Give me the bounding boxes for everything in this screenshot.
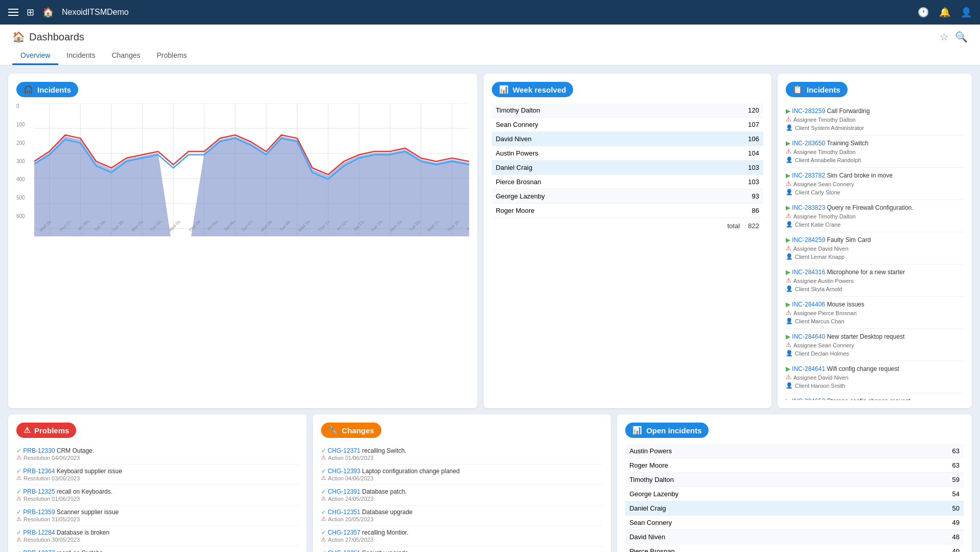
check-icon: ✓ xyxy=(16,468,21,475)
incidents-badge-label: Incidents xyxy=(37,85,71,94)
problem-item-4[interactable]: ✓ PRB-12284 Database is broken ⚠ Resolut… xyxy=(16,526,299,546)
incidents-chart-card: 🎧 Incidents 600 500 400 300 200 100 0 xyxy=(8,74,477,408)
user-meta-icon: 👤 xyxy=(786,253,793,260)
resolved-row-0: Timothy Dalton120 xyxy=(492,103,763,118)
incident-item-0[interactable]: ▶ INC-283259 Call Forwarding ⚠Assignee T… xyxy=(786,103,964,136)
play-icon: ▶ xyxy=(786,269,790,276)
user-meta-icon: 👤 xyxy=(786,157,793,163)
incidents-list-label: Incidents xyxy=(807,85,840,94)
page-title: Dashboards xyxy=(29,31,84,43)
play-icon: ▶ xyxy=(786,204,790,211)
change-item-4[interactable]: ✓ CHG-12357 recalling Montior. ⚠ Action … xyxy=(321,526,603,546)
warning-icon: ⚠ xyxy=(786,212,791,219)
incident-item-1[interactable]: ▶ INC-283650 Training Switch ⚠Assignee T… xyxy=(786,136,964,168)
user-icon[interactable]: 👤 xyxy=(961,7,972,18)
problem-item-2[interactable]: ✓ PRB-12325 recall on Keyboards. ⚠ Resol… xyxy=(16,485,299,505)
incident-item-8[interactable]: ▶ INC-284641 Wifi config change request … xyxy=(786,361,964,393)
check-icon: ✓ xyxy=(321,447,326,454)
user-meta-icon: 👤 xyxy=(786,350,793,357)
problem-item-3[interactable]: ✓ PRB-12359 Scanner supplier issue ⚠ Res… xyxy=(16,505,299,526)
incident-item-2[interactable]: ▶ INC-283782 Sim Card broke in move ⚠Ass… xyxy=(786,168,964,200)
week-resolved-card: 📊 Week resolved Timothy Dalton120 Sean C… xyxy=(484,74,771,408)
change-item-2[interactable]: ✓ CHG-12391 Database patch. ⚠ Action 24/… xyxy=(321,485,603,505)
week-resolved-table: Timothy Dalton120 Sean Connery107 David … xyxy=(492,103,763,230)
problem-item-1[interactable]: ✓ PRB-12364 Keyboard supplier issue ⚠ Re… xyxy=(16,465,299,485)
problems-label: Problems xyxy=(34,426,69,435)
resolved-row-7: Roger Moore86 xyxy=(492,204,763,218)
clock-icon[interactable]: 🕐 xyxy=(918,7,929,18)
wrench-icon: 🔧 xyxy=(328,426,338,435)
incident-item-5[interactable]: ▶ INC-284316 Microphone for a new starte… xyxy=(786,264,964,297)
home-nav-icon[interactable]: 🏠 xyxy=(42,7,54,18)
tab-overview[interactable]: Overview xyxy=(12,47,58,65)
week-resolved-label: Week resolved xyxy=(513,85,566,94)
changes-card: 🔧 Changes ✓ CHG-12371 recalling Switch. … xyxy=(313,414,611,552)
open-row-2: Timothy Dalton59 xyxy=(625,473,964,487)
warning-icon: ⚠ xyxy=(786,341,791,348)
open-incidents-label: Open incidents xyxy=(646,426,701,435)
play-icon: ▶ xyxy=(786,172,790,179)
play-icon: ▶ xyxy=(786,140,790,147)
warning-icon: ⚠ xyxy=(786,180,791,187)
resolved-row-6: George Lazenby93 xyxy=(492,189,763,204)
user-meta-icon: 👤 xyxy=(786,285,793,292)
star-icon[interactable]: ☆ xyxy=(940,31,949,43)
hamburger-menu[interactable] xyxy=(8,9,18,16)
tab-changes[interactable]: Changes xyxy=(103,47,148,65)
search-icon[interactable]: 🔍 xyxy=(955,31,968,43)
problem-item-5[interactable]: ✓ PRB-12277 recall on Switchs. ⚠ Resolut… xyxy=(16,546,299,552)
change-item-3[interactable]: ✓ CHG-12351 Database upgrade ⚠ Action 20… xyxy=(321,505,603,526)
open-row-7: Pierce Brosnan40 xyxy=(625,544,964,552)
warning-small-icon: ⚠ xyxy=(16,475,21,481)
warning-icon: ⚠ xyxy=(786,309,791,316)
change-item-1[interactable]: ✓ CHG-12393 Laptop configuration change … xyxy=(321,465,603,485)
warning-small-icon: ⚠ xyxy=(321,516,326,522)
incident-item-4[interactable]: ▶ INC-284259 Faulty Sim Card ⚠Assignee D… xyxy=(786,232,964,264)
problem-item-0[interactable]: ✓ PRB-12330 CRM Outage. ⚠ Resolution 04/… xyxy=(16,444,299,465)
change-item-0[interactable]: ✓ CHG-12371 recalling Switch. ⚠ Action 0… xyxy=(321,444,603,465)
problems-card: ⚠ Problems ✓ PRB-12330 CRM Outage. ⚠ Res… xyxy=(8,414,307,552)
open-incidents-table: Austin Powers63 Roger Moore63 Timothy Da… xyxy=(625,444,964,552)
chart-y-axis: 600 500 400 300 200 100 0 xyxy=(16,103,34,221)
user-meta-icon: 👤 xyxy=(786,318,793,324)
warning-small-icon: ⚠ xyxy=(321,495,326,502)
play-icon: ▶ xyxy=(786,301,790,308)
warning-badge-icon: ⚠ xyxy=(24,426,30,435)
incident-item-3[interactable]: ▶ INC-283823 Query re Firewall Configura… xyxy=(786,200,964,232)
tabs: Overview Incidents Changes Problems xyxy=(12,47,968,65)
check-icon: ✓ xyxy=(16,488,21,495)
problems-list[interactable]: ✓ PRB-12330 CRM Outage. ⚠ Resolution 04/… xyxy=(16,444,299,552)
incident-item-6[interactable]: ▶ INC-284406 Mouse issues ⚠Assignee Pier… xyxy=(786,297,964,329)
incidents-list[interactable]: ▶ INC-283259 Call Forwarding ⚠Assignee T… xyxy=(786,103,964,400)
incidents-chart: 600 500 400 300 200 100 0 xyxy=(16,103,469,236)
warning-icon: ⚠ xyxy=(786,116,791,123)
incidents-list-card: 📋 Incidents ▶ INC-283259 Call Forwarding… xyxy=(778,74,972,408)
tab-problems[interactable]: Problems xyxy=(148,47,195,65)
resolved-row-5: Pierce Brosnan103 xyxy=(492,175,763,189)
change-item-5[interactable]: ✓ CHG-12361 Security upgrade ⚠ Action 26… xyxy=(321,546,603,552)
warning-small-icon: ⚠ xyxy=(16,516,21,522)
resolved-row-4: Daniel Craig103 xyxy=(492,161,763,175)
warning-small-icon: ⚠ xyxy=(321,475,326,481)
bell-icon[interactable]: 🔔 xyxy=(939,7,950,18)
play-icon: ▶ xyxy=(786,107,790,115)
user-meta-icon: 👤 xyxy=(786,189,793,195)
open-row-3: George Lazenby54 xyxy=(625,487,964,501)
resolved-total: total 822 xyxy=(492,218,763,230)
bar-chart-icon: 📊 xyxy=(499,85,509,94)
page-header: 🏠 Dashboards ☆ 🔍 Overview Incidents Chan… xyxy=(0,25,980,65)
incident-item-9[interactable]: ▶ INC-284652 Storage config change reque… xyxy=(786,393,964,400)
open-row-4: Daniel Craig50 xyxy=(625,501,964,516)
tab-incidents[interactable]: Incidents xyxy=(58,47,103,65)
user-meta-icon: 👤 xyxy=(786,124,793,131)
warning-icon: ⚠ xyxy=(786,245,791,252)
changes-list[interactable]: ✓ CHG-12371 recalling Switch. ⚠ Action 0… xyxy=(321,444,603,552)
check-icon: ✓ xyxy=(16,509,21,516)
apps-icon[interactable]: ⊞ xyxy=(27,7,34,18)
check-icon: ✓ xyxy=(321,468,326,475)
open-row-0: Austin Powers63 xyxy=(625,444,964,458)
incident-item-7[interactable]: ▶ INC-284640 New starter Desktop request… xyxy=(786,329,964,361)
changes-label: Changes xyxy=(342,426,374,435)
open-row-1: Roger Moore63 xyxy=(625,458,964,473)
warning-icon: ⚠ xyxy=(786,148,791,155)
